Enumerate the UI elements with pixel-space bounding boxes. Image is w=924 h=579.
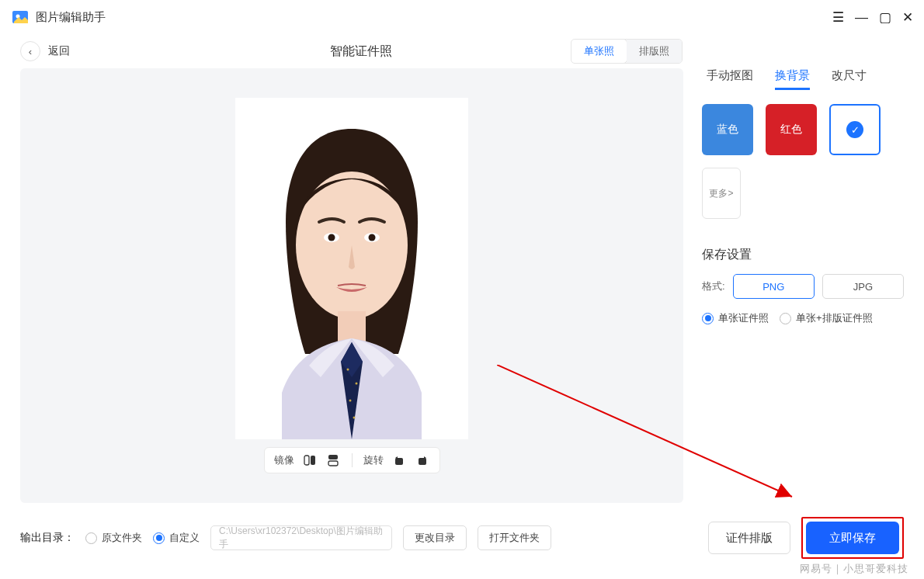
check-icon: ✓ (846, 121, 863, 138)
svg-rect-13 (304, 456, 309, 465)
menu-icon[interactable]: ☰ (832, 11, 844, 24)
svg-rect-14 (311, 456, 315, 465)
radio-single-photo[interactable]: 单张证件照 (702, 311, 769, 325)
footer-bar: 输出目录： 原文件夹 自定义 C:\Users\xr102372\Desktop… (0, 503, 924, 573)
mode-toggle: 单张照 排版照 (571, 39, 683, 64)
rotate-right-icon[interactable] (415, 452, 430, 468)
svg-rect-16 (328, 461, 338, 466)
rotate-label: 旋转 (363, 453, 384, 467)
save-button[interactable]: 立即保存 (806, 522, 899, 554)
watermark: 网易号｜小思哥爱科技 (800, 562, 908, 576)
svg-point-11 (349, 400, 352, 402)
svg-rect-15 (328, 455, 338, 459)
bg-color-selected[interactable]: ✓ (829, 104, 881, 155)
tab-background[interactable]: 换背景 (775, 68, 810, 90)
output-dir-label: 输出目录： (20, 531, 75, 545)
image-toolbar: 镜像 旋转 (264, 447, 440, 473)
svg-point-10 (356, 383, 358, 385)
tab-resize[interactable]: 改尺寸 (832, 68, 867, 90)
format-png[interactable]: PNG (733, 274, 815, 299)
save-highlight: 立即保存 (801, 517, 904, 559)
maximize-icon[interactable]: ▢ (879, 11, 891, 24)
svg-rect-17 (395, 458, 403, 465)
svg-point-7 (369, 234, 376, 241)
tab-cutout[interactable]: 手动抠图 (707, 68, 753, 90)
app-title: 图片编辑助手 (36, 10, 106, 25)
save-settings-title: 保存设置 (702, 247, 904, 263)
canvas-area: 镜像 旋转 (20, 68, 683, 503)
back-button[interactable]: ‹ (20, 41, 40, 61)
svg-point-12 (353, 417, 356, 419)
svg-rect-8 (338, 311, 366, 342)
id-photo (235, 98, 468, 439)
titlebar: 图片编辑助手 ☰ ― ▢ ✕ (0, 0, 924, 34)
change-dir-button[interactable]: 更改目录 (403, 525, 467, 550)
format-label: 格式: (702, 279, 725, 293)
format-jpg[interactable]: JPG (822, 274, 904, 299)
radio-orig-folder[interactable]: 原文件夹 (85, 531, 142, 545)
minimize-icon[interactable]: ― (855, 11, 868, 24)
rotate-left-icon[interactable] (391, 452, 407, 468)
bg-color-more[interactable]: 更多> (702, 168, 741, 219)
header-row: ‹ 返回 智能证件照 单张照 排版照 (0, 34, 924, 68)
app-icon (11, 8, 30, 26)
open-dir-button[interactable]: 打开文件夹 (478, 525, 551, 550)
mirror-h-icon[interactable] (302, 452, 318, 468)
output-path-input[interactable]: C:\Users\xr102372\Desktop\图片编辑助手 (210, 525, 392, 550)
svg-rect-18 (419, 458, 426, 465)
mirror-v-icon[interactable] (325, 452, 341, 468)
svg-point-5 (328, 234, 335, 241)
radio-combo-photo[interactable]: 单张+排版证件照 (780, 311, 873, 325)
layout-button[interactable]: 证件排版 (708, 522, 790, 554)
mirror-label: 镜像 (274, 453, 294, 467)
svg-point-9 (347, 369, 349, 371)
page-title: 智能证件照 (330, 43, 392, 60)
radio-custom-folder[interactable]: 自定义 (153, 531, 200, 545)
mode-layout[interactable]: 排版照 (627, 40, 682, 63)
right-panel: 手动抠图 换背景 改尺寸 蓝色 红色 ✓ 更多> 保存设置 格式: PNG JP… (702, 68, 904, 503)
close-icon[interactable]: ✕ (902, 11, 913, 24)
bg-color-red[interactable]: 红色 (766, 104, 817, 155)
mode-single[interactable]: 单张照 (571, 39, 627, 64)
back-label: 返回 (48, 44, 70, 58)
bg-color-blue[interactable]: 蓝色 (702, 104, 753, 155)
